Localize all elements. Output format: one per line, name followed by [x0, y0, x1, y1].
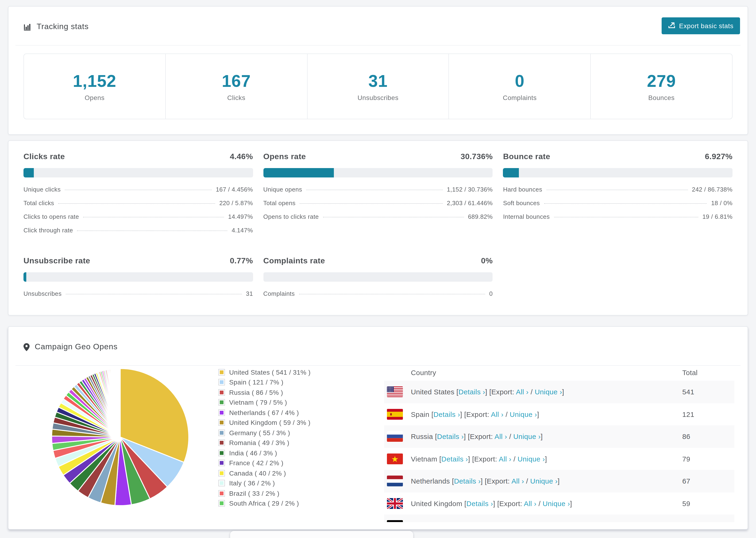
export-all-link[interactable]: All › — [502, 522, 514, 522]
country-name: Russia — [411, 433, 435, 441]
rate-block-clicks-rate: Clicks rate4.46%Unique clicks167 / 4.456… — [24, 152, 253, 241]
flag-icon-us — [387, 387, 403, 398]
rate-progress-track — [24, 168, 253, 178]
tracking-stats-card: Tracking stats Export basic stats 1,152O… — [8, 6, 748, 135]
country-links-text: Vietnam [Details ›] [Export: All › / Uni… — [411, 455, 547, 463]
rate-detail-rows: Unsubscribes31 — [24, 290, 253, 304]
export-all-link[interactable]: All › — [499, 455, 512, 463]
export-unique-link[interactable]: Unique › — [535, 388, 562, 396]
geo-table-row-united-kingdom: United Kingdom [Details ›] [Export: All … — [384, 492, 734, 514]
country-cell: Spain [Details ›] [Export: All › / Uniqu… — [384, 409, 539, 420]
export-all-link[interactable]: All › — [512, 477, 524, 485]
rate-title: Bounce rate — [503, 152, 550, 161]
export-unique-link[interactable]: Unique › — [517, 455, 545, 463]
export-unique-link[interactable]: Unique › — [543, 500, 570, 508]
details-link[interactable]: Details › — [433, 410, 460, 418]
legend-swatch — [219, 501, 225, 506]
dotted-leader — [77, 231, 228, 231]
details-link[interactable]: Details › — [454, 477, 481, 485]
country-cell: Russia [Details ›] [Export: All › / Uniq… — [384, 431, 543, 442]
map-pin-icon — [24, 343, 29, 351]
export-unique-link[interactable]: Unique › — [530, 477, 558, 485]
country-total: 55 — [682, 522, 690, 522]
legend-label: Romania ( 49 / 3% ) — [229, 439, 290, 447]
export-all-link[interactable]: All › — [524, 500, 536, 508]
pie-slice-other-69[interactable] — [120, 368, 120, 437]
legend-item-united-kingdom: United Kingdom ( 59 / 3% ) — [219, 418, 311, 428]
country-links-text: Netherlands [Details ›] [Export: All › /… — [411, 477, 560, 485]
legend-label: Vietnam ( 79 / 5% ) — [229, 399, 287, 406]
export-icon — [668, 22, 675, 30]
country-total: 121 — [682, 410, 694, 418]
horizontal-scrollbar-thumb[interactable] — [230, 531, 413, 538]
rate-value: 30.736% — [460, 152, 493, 161]
country-total: 541 — [682, 388, 694, 396]
rate-detail-row: Opens to clicks rate689.82% — [263, 213, 493, 227]
legend-item-france: France ( 42 / 2% ) — [219, 458, 311, 468]
geo-opens-pie-chart[interactable] — [51, 368, 190, 507]
detail-label: Complaints — [263, 290, 295, 297]
details-link[interactable]: Details › — [437, 433, 464, 441]
detail-label: Total opens — [263, 199, 296, 207]
rate-detail-row: Unique opens1,152 / 30.736% — [263, 186, 493, 199]
export-all-link[interactable]: All › — [516, 388, 529, 396]
detail-label: Unsubscribes — [24, 290, 62, 297]
legend-item-spain: Spain ( 121 / 7% ) — [219, 377, 311, 387]
rate-head: Bounce rate6.927% — [503, 152, 732, 161]
geo-opens-title: Campaign Geo Opens — [24, 342, 118, 351]
country-links-text: Spain [Details ›] [Export: All › / Uniqu… — [411, 410, 539, 418]
details-link[interactable]: Details › — [445, 522, 471, 522]
rate-detail-row: Clicks to opens rate14.497% — [24, 213, 253, 227]
legend-item-netherlands: Netherlands ( 67 / 4% ) — [219, 407, 311, 418]
geo-table-header: Country Total — [384, 364, 734, 381]
export-unique-link[interactable]: Unique › — [521, 522, 548, 522]
legend-item-south-africa: South Africa ( 29 / 2% ) — [219, 498, 311, 509]
rate-detail-row: Complaints0 — [263, 290, 493, 304]
export-all-link[interactable]: All › — [491, 410, 504, 418]
legend-item-united-states: United States ( 541 / 31% ) — [219, 367, 311, 377]
rate-head: Clicks rate4.46% — [24, 152, 253, 161]
dotted-leader — [323, 217, 464, 217]
legend-item-india: India ( 46 / 3% ) — [219, 448, 311, 458]
rate-detail-rows: Unique opens1,152 / 30.736%Total opens2,… — [263, 186, 493, 227]
legend-label: United Kingdom ( 59 / 3% ) — [229, 419, 311, 426]
export-all-link[interactable]: All › — [495, 433, 507, 441]
legend-item-romania: Romania ( 49 / 3% ) — [219, 438, 311, 448]
rate-detail-row: Unique clicks167 / 4.456% — [24, 186, 253, 199]
summary-stats-row: 1,152Opens167Clicks31Unsubscribes0Compla… — [24, 54, 732, 119]
export-basic-stats-button[interactable]: Export basic stats — [662, 17, 740, 34]
rate-value: 0.77% — [230, 256, 253, 266]
details-link[interactable]: Details › — [466, 500, 493, 508]
dotted-leader — [83, 217, 224, 217]
stat-label: Clicks — [227, 94, 245, 101]
country-total: 79 — [682, 455, 690, 463]
geo-table-row-germany: Germany [Details ›] [Export: All › / Uni… — [384, 514, 734, 522]
rate-progress-track — [24, 272, 253, 282]
flag-icon-vn — [387, 454, 403, 464]
rate-title: Clicks rate — [24, 152, 65, 161]
details-link[interactable]: Details › — [459, 388, 485, 396]
campaign-stats-page: Tracking stats Export basic stats 1,152O… — [0, 0, 756, 538]
rate-block-complaints-rate: Complaints rate0%Complaints0 — [263, 256, 493, 304]
rate-head: Unsubscribe rate0.77% — [24, 256, 253, 266]
card-title-text: Tracking stats — [37, 22, 89, 31]
geo-table-row-spain: Spain [Details ›] [Export: All › / Uniqu… — [384, 403, 734, 425]
country-total: 86 — [682, 433, 690, 441]
geo-pie-legend: United States ( 541 / 31% )Spain ( 121 /… — [219, 367, 311, 509]
legend-label: France ( 42 / 2% ) — [229, 459, 283, 467]
detail-value: 689.82% — [468, 213, 493, 220]
details-link[interactable]: Details › — [441, 455, 468, 463]
total-column-header: Total — [682, 368, 698, 377]
dotted-leader — [299, 294, 485, 295]
rate-progress-fill — [24, 168, 34, 178]
dotted-leader — [65, 190, 212, 190]
geo-opens-card: Campaign Geo Opens United States ( 541 /… — [8, 326, 748, 529]
legend-swatch — [219, 460, 225, 466]
rate-detail-row: Total clicks220 / 5.87% — [24, 199, 253, 213]
export-unique-link[interactable]: Unique › — [510, 410, 537, 418]
legend-label: Netherlands ( 67 / 4% ) — [229, 409, 299, 416]
geo-table-row-netherlands: Netherlands [Details ›] [Export: All › /… — [384, 470, 734, 492]
flag-icon-de — [387, 520, 403, 522]
rate-value: 6.927% — [705, 152, 732, 161]
export-unique-link[interactable]: Unique › — [513, 433, 541, 441]
